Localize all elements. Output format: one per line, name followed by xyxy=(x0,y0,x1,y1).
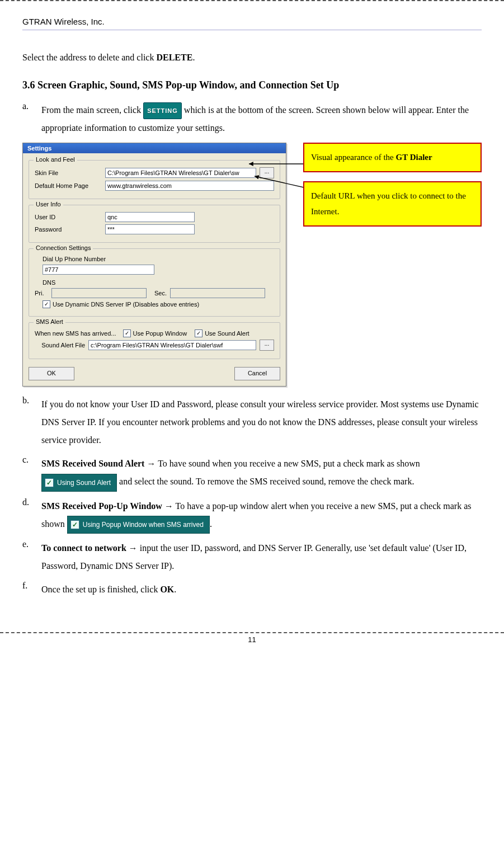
list-item: c. SMS Received Sound Alert → To have so… xyxy=(22,455,482,491)
marker: e. xyxy=(22,539,41,575)
ok-button[interactable]: OK xyxy=(29,367,74,380)
label-skin-file: Skin File xyxy=(35,169,102,176)
marker: d. xyxy=(22,497,41,534)
check-icon: ✓ xyxy=(70,520,79,529)
label-sms-when: When new SMS has arrived... xyxy=(35,330,116,337)
label-sound-file: Sound Alert File xyxy=(35,342,85,348)
row-password: Password xyxy=(35,224,274,234)
row-sms-when: When new SMS has arrived... ✓ Use Popup … xyxy=(35,329,274,337)
section-title: 3.6 Screen Graphic, Sound, SMS Pop-up Wi… xyxy=(22,79,482,91)
arrow-icon: → xyxy=(129,543,138,553)
row-sound-file: Sound Alert File ... xyxy=(35,340,274,351)
dynamic-dns-checkbox[interactable]: ✓ Use Dynamic DNS Server IP (Disables ab… xyxy=(43,300,199,308)
dialog-content: Look and Feel Skin File ... Default Home… xyxy=(23,153,286,386)
checkbox-label: Use Popup Window xyxy=(133,330,187,337)
document-page: GTRAN Wireless, Inc. Select the address … xyxy=(0,6,504,615)
legend: Connection Settings xyxy=(34,244,93,251)
using-popup-window-chip: ✓ Using Popup Window when SMS arrived xyxy=(67,516,210,534)
label-dns: DNS xyxy=(43,279,274,286)
checkbox-label: Use Dynamic DNS Server IP (Disables abov… xyxy=(53,301,199,308)
marker: c. xyxy=(22,455,41,491)
marker: b. xyxy=(22,395,41,449)
list-item: e. To connect to network → input the use… xyxy=(22,539,482,575)
arrow-icon: → xyxy=(147,459,156,468)
list-item: b. If you do not know your User ID and P… xyxy=(22,395,482,449)
text-bold: GT Dialer xyxy=(396,153,432,162)
group-sms-alert: SMS Alert When new SMS has arrived... ✓ … xyxy=(29,322,280,359)
callout-default-url: Default URL when you click to connect to… xyxy=(303,181,482,227)
group-connection-settings: Connection Settings Dial Up Phone Number… xyxy=(29,248,280,317)
text: To have sound when you receive a new SMS… xyxy=(156,459,420,468)
text: Select the address to delete and click xyxy=(22,53,156,62)
check-icon: ✓ xyxy=(195,329,202,337)
item-c-body: SMS Received Sound Alert → To have sound… xyxy=(41,455,482,491)
setting-button-image: SETTING xyxy=(143,102,182,119)
skin-file-input[interactable] xyxy=(105,168,256,178)
text: Visual appearance of the xyxy=(311,153,396,162)
group-user-info: User Info User ID Password xyxy=(29,205,280,243)
using-sound-alert-chip: ✓ Using Sound Alert xyxy=(41,474,117,492)
arrow-icon: → xyxy=(164,501,173,511)
page-number: 11 xyxy=(0,633,504,644)
check-icon: ✓ xyxy=(43,300,50,308)
delete-instruction: Select the address to delete and click D… xyxy=(22,53,482,63)
item-e-body: To connect to network → input the user I… xyxy=(41,539,482,575)
text-bold: SMS Received Pop-Up Window xyxy=(41,501,164,511)
text-bold: OK xyxy=(160,585,174,594)
text-bold: To connect to network xyxy=(41,543,129,553)
top-dashed-border xyxy=(0,0,504,1)
instruction-list-continued: b. If you do not know your User ID and P… xyxy=(22,395,482,599)
text: . xyxy=(210,519,212,529)
row-dial-number xyxy=(43,265,274,275)
list-item: d. SMS Received Pop-Up Window → To have … xyxy=(22,497,482,534)
row-skin-file: Skin File ... xyxy=(35,167,274,178)
check-icon: ✓ xyxy=(123,329,131,337)
item-a-body: From the main screen, click SETTING whic… xyxy=(41,101,482,137)
user-id-input[interactable] xyxy=(105,212,195,222)
text: . xyxy=(174,585,176,594)
list-item: a. From the main screen, click SETTING w… xyxy=(22,101,482,137)
item-f-body: Once the set up is finished, click OK. xyxy=(41,581,482,599)
home-page-input[interactable] xyxy=(105,181,274,191)
text-bold: SMS Received Sound Alert xyxy=(41,459,147,468)
group-look-and-feel: Look and Feel Skin File ... Default Home… xyxy=(29,160,280,199)
list-item: f. Once the set up is finished, click OK… xyxy=(22,581,482,599)
page-header: GTRAN Wireless, Inc. xyxy=(22,17,482,30)
header-rule xyxy=(22,30,482,30)
text: Once the set up is finished, click xyxy=(41,585,160,594)
callout-visual-appearance: Visual appearance of the GT Dialer xyxy=(303,143,482,172)
legend: User Info xyxy=(34,201,63,208)
row-dynamic-dns: ✓ Use Dynamic DNS Server IP (Disables ab… xyxy=(43,300,274,308)
label-password: Password xyxy=(35,226,102,233)
popup-checkbox[interactable]: ✓ Use Popup Window xyxy=(123,329,187,337)
marker: a. xyxy=(22,101,41,137)
browse-button[interactable]: ... xyxy=(260,167,274,178)
label-dial-number: Dial Up Phone Number xyxy=(43,256,274,262)
chip-label: Using Sound Alert xyxy=(57,476,111,489)
cancel-button[interactable]: Cancel xyxy=(234,367,280,380)
item-b-body: If you do not know your User ID and Pass… xyxy=(41,395,482,449)
delete-bold: DELETE xyxy=(156,53,192,62)
sound-checkbox[interactable]: ✓ Use Sound Alert xyxy=(195,329,249,337)
row-home-page: Default Home Page xyxy=(35,181,274,191)
figure-row: Settings Look and Feel Skin File ... Def… xyxy=(22,143,482,387)
row-user-id: User ID xyxy=(35,212,274,222)
instruction-list: a. From the main screen, click SETTING w… xyxy=(22,101,482,137)
callouts: Visual appearance of the GT Dialer Defau… xyxy=(303,143,482,235)
dial-number-input[interactable] xyxy=(43,265,154,275)
text: From the main screen, click xyxy=(41,105,143,115)
password-input[interactable] xyxy=(105,224,195,234)
marker: f. xyxy=(22,581,41,599)
browse-button[interactable]: ... xyxy=(260,340,274,351)
dns-sec-input[interactable] xyxy=(170,288,265,298)
legend: SMS Alert xyxy=(34,318,65,325)
text: and select the sound. To remove the SMS … xyxy=(119,477,414,486)
check-icon: ✓ xyxy=(45,478,54,487)
label-home-page: Default Home Page xyxy=(35,182,102,189)
text: . xyxy=(192,53,195,62)
sound-file-input[interactable] xyxy=(88,340,256,350)
dns-pri-input[interactable] xyxy=(51,288,147,298)
label-dns-sec: Sec. xyxy=(150,290,167,296)
chip-label: Using Popup Window when SMS arrived xyxy=(83,518,204,531)
item-d-body: SMS Received Pop-Up Window → To have a p… xyxy=(41,497,482,534)
